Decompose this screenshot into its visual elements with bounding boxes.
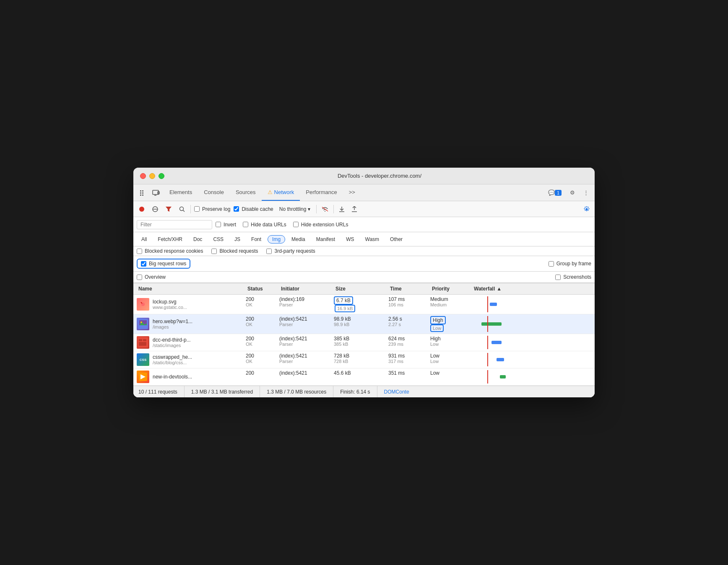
preserve-log-checkbox[interactable] (194, 206, 200, 212)
tab-elements[interactable]: Elements (164, 184, 198, 201)
col-size: Size (332, 283, 387, 294)
table-row[interactable]: hero.webp?w=1... /images 200 OK (index):… (133, 314, 595, 334)
screenshots-checkbox[interactable] (555, 275, 561, 280)
filter-toggle-button[interactable] (164, 204, 174, 214)
tab-sources[interactable]: Sources (230, 184, 262, 201)
disable-cache-checkbox[interactable] (234, 206, 239, 212)
group-by-frame-label[interactable]: Group by frame (549, 261, 591, 267)
blocked-response-cookies-label[interactable]: Blocked response cookies (137, 248, 203, 254)
record-button[interactable] (137, 204, 147, 214)
type-btn-manifest[interactable]: Manifest (312, 235, 340, 244)
throttle-select[interactable]: No throttling ▾ (277, 205, 313, 213)
time-cell: 624 ms 239 ms (385, 334, 427, 351)
clear-button[interactable] (150, 204, 160, 214)
minimize-button[interactable] (149, 173, 155, 179)
invert-label[interactable]: Invert (216, 222, 236, 228)
size-cell: 45.6 kB (330, 368, 385, 385)
devtools-body: Elements Console Sources ⚠ Network Perfo… (133, 184, 595, 397)
name-cell: hero.webp?w=1... /images (133, 314, 242, 334)
tab-network[interactable]: ⚠ Network (262, 184, 300, 201)
priority-cell: High Low (427, 334, 469, 351)
status-cell: 200 OK (242, 314, 276, 334)
devtools-window: DevTools - developer.chrome.com/ (133, 168, 595, 397)
requests-count: 10 / 111 requests (138, 386, 185, 397)
network-table: Name Status Initiator Size Time Priority… (133, 283, 595, 386)
import-button[interactable] (337, 205, 346, 214)
type-btn-fetch-xhr[interactable]: Fetch/XHR (153, 235, 187, 244)
preserve-log-label[interactable]: Preserve log (194, 206, 230, 212)
initiator-cell: (index):169 Parser (276, 295, 330, 314)
cursor-icon[interactable] (137, 187, 148, 199)
waterfall-cell (469, 351, 595, 368)
responsive-icon[interactable] (150, 187, 162, 199)
type-btn-doc[interactable]: Doc (189, 235, 207, 244)
hide-data-urls-label[interactable]: Hide data URLs (243, 222, 286, 228)
status-cell: 200 OK (242, 295, 276, 314)
comments-button[interactable]: 💬 1 (546, 188, 564, 197)
close-button[interactable] (140, 173, 146, 179)
svg-point-13 (180, 207, 184, 210)
table-row[interactable]: dcc-end-third-p... /static/images 200 OK… (133, 334, 595, 351)
maximize-button[interactable] (159, 173, 164, 179)
third-party-requests-label[interactable]: 3rd-party requests (266, 248, 315, 254)
type-btn-js[interactable]: JS (230, 235, 245, 244)
hide-extension-urls-label[interactable]: Hide extension URLs (293, 222, 348, 228)
third-party-requests-checkbox[interactable] (266, 249, 272, 254)
gear-nav-icon: ⚙ (570, 189, 575, 196)
group-by-frame-checkbox[interactable] (549, 261, 554, 267)
file-icon (137, 371, 149, 383)
disable-cache-label[interactable]: Disable cache (234, 206, 273, 212)
status-cell: 200 OK (242, 334, 276, 351)
name-text: hero.webp?w=1... /images (153, 319, 192, 329)
svg-rect-3 (142, 192, 143, 194)
type-btn-img[interactable]: Img (268, 235, 285, 244)
overview-checkbox[interactable] (137, 275, 142, 280)
settings-nav-button[interactable]: ⚙ (567, 188, 577, 197)
invert-checkbox[interactable] (216, 222, 221, 227)
resources-size: 1.3 MB / 7.0 MB resources (260, 386, 333, 397)
time-cell: 2.56 s 2.27 s (385, 314, 427, 334)
type-btn-font[interactable]: Font (247, 235, 266, 244)
hide-extension-urls-checkbox[interactable] (293, 222, 299, 227)
table-row[interactable]: CSS csswrapped_he... /static/blog/css...… (133, 351, 595, 368)
more-nav-icon: ⋮ (583, 189, 589, 196)
type-btn-media[interactable]: Media (287, 235, 310, 244)
filter-input[interactable] (137, 220, 212, 229)
tab-console[interactable]: Console (198, 184, 230, 201)
col-waterfall[interactable]: Waterfall ▲ (471, 283, 580, 294)
svg-point-9 (139, 207, 144, 212)
table-row[interactable]: new-in-devtools... 200 (index):5421 (133, 368, 595, 386)
network-settings-button[interactable] (582, 205, 591, 214)
type-btn-wasm[interactable]: Wasm (361, 235, 384, 244)
blocked-response-cookies-checkbox[interactable] (137, 249, 142, 254)
filter-checkboxes: Invert Hide data URLs Hide extension URL… (216, 222, 348, 228)
search-button[interactable] (177, 204, 187, 214)
type-btn-all[interactable]: All (137, 235, 151, 244)
tab-more[interactable]: >> (343, 184, 361, 201)
export-button[interactable] (350, 205, 359, 214)
table-header: Name Status Initiator Size Time Priority… (133, 283, 595, 295)
chevron-down-icon: ▾ (308, 206, 310, 212)
time-cell: 351 ms (385, 368, 427, 385)
toolbar-separator-2 (316, 205, 317, 213)
type-btn-other[interactable]: Other (385, 235, 407, 244)
big-request-rows-label[interactable]: Big request rows (141, 261, 186, 267)
tab-performance[interactable]: Performance (300, 184, 343, 201)
screenshots-label[interactable]: Screenshots (555, 274, 591, 280)
svg-point-20 (586, 208, 588, 210)
type-btn-css[interactable]: CSS (208, 235, 228, 244)
more-nav-button[interactable]: ⋮ (581, 188, 591, 197)
name-text: csswrapped_he... /static/blog/css... (153, 354, 192, 365)
svg-rect-0 (140, 190, 141, 192)
blocked-requests-label[interactable]: Blocked requests (211, 248, 258, 254)
big-request-rows-checkbox[interactable] (141, 261, 146, 267)
type-btn-ws[interactable]: WS (341, 235, 359, 244)
blocked-requests-checkbox[interactable] (211, 249, 217, 254)
priority-cell: Medium Medium (427, 295, 469, 314)
table-row[interactable]: lockup.svg www.gstatic.co... 200 OK (ind… (133, 295, 595, 314)
hide-data-urls-checkbox[interactable] (243, 222, 248, 227)
type-filter-bar: All Fetch/XHR Doc CSS JS Font Img Media … (133, 232, 595, 246)
overview-label[interactable]: Overview (137, 274, 166, 280)
wifi-icon[interactable] (320, 204, 330, 214)
name-text: new-in-devtools... (153, 374, 192, 380)
